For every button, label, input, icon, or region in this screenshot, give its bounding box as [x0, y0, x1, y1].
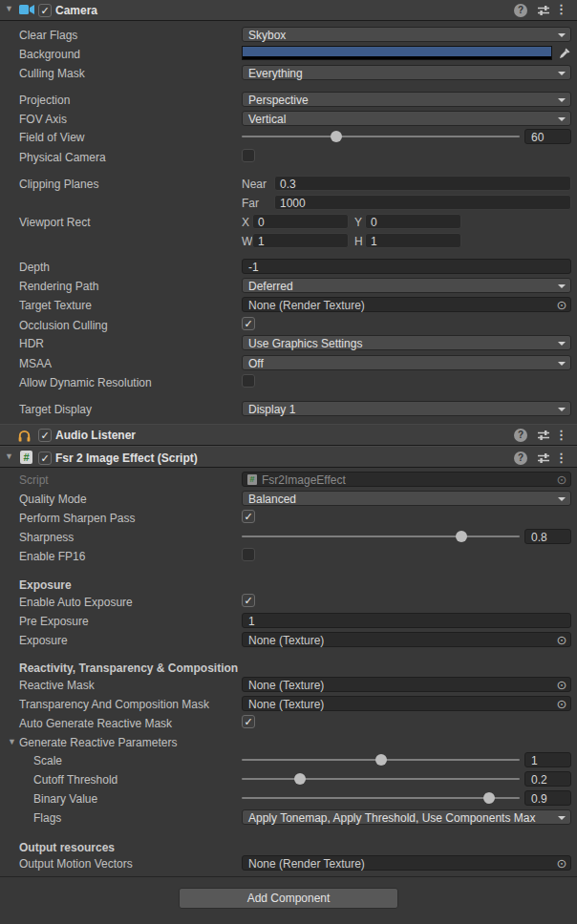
culling-mask-dropdown[interactable]: Everything — [242, 65, 571, 80]
object-picker-icon[interactable]: ⊙ — [554, 678, 569, 692]
cutoff-threshold-input[interactable]: 0.2 — [524, 771, 571, 787]
projection-dropdown[interactable]: Perspective — [242, 92, 571, 107]
flags-dropdown[interactable]: Apply Tonemap, Apply Threshold, Use Comp… — [242, 809, 571, 825]
field-of-view-slider[interactable] — [242, 129, 520, 144]
foldout-icon[interactable]: ▼ — [5, 5, 13, 13]
physical-camera-label: Physical Camera — [19, 151, 106, 164]
object-picker-icon[interactable]: ⊙ — [554, 298, 569, 312]
transparency-mask-value: None (Texture) — [248, 698, 324, 711]
script-object-field[interactable]: # Fsr2ImageEffect ⊙ — [242, 472, 571, 487]
sharpness-input[interactable]: 0.8 — [524, 529, 571, 544]
dropdown-arrow-icon — [558, 117, 566, 121]
fsr2-enabled-checkbox[interactable]: ✓ — [38, 452, 52, 465]
menu-icon[interactable]: ⋮ — [555, 429, 567, 442]
scale-input[interactable]: 1 — [524, 752, 571, 767]
transparency-mask-object-field[interactable]: None (Texture) ⊙ — [242, 696, 571, 711]
background-row: Background — [0, 45, 577, 64]
reactive-mask-label: Reactive Mask — [19, 679, 95, 692]
object-picker-icon[interactable]: ⊙ — [554, 633, 569, 647]
cutoff-threshold-slider[interactable] — [242, 771, 520, 787]
slider-handle[interactable] — [294, 773, 306, 785]
help-icon[interactable]: ? — [514, 4, 527, 17]
quality-mode-dropdown[interactable]: Balanced — [242, 491, 571, 506]
far-input[interactable]: 1000 — [274, 195, 571, 210]
exposure-object-field[interactable]: None (Texture) ⊙ — [242, 632, 571, 647]
depth-input[interactable]: -1 — [242, 259, 571, 274]
presets-icon[interactable] — [537, 4, 550, 20]
enable-auto-exposure-checkbox[interactable]: ✓ — [242, 594, 255, 607]
presets-icon[interactable] — [537, 452, 550, 468]
object-picker-icon[interactable]: ⊙ — [554, 697, 569, 711]
output-motion-vectors-object-field[interactable]: None (Render Texture) ⊙ — [242, 855, 571, 871]
allow-dynamic-resolution-checkbox[interactable] — [242, 374, 255, 388]
add-component-button[interactable]: Add Component — [179, 888, 398, 909]
near-input[interactable]: 0.3 — [274, 176, 571, 191]
fsr2-component-header[interactable]: ▼ # ✓ Fsr 2 Image Effect (Script) ? ⋮ — [0, 446, 577, 468]
fov-axis-value: Vertical — [248, 113, 286, 126]
slider-handle[interactable] — [456, 531, 467, 542]
foldout-icon[interactable]: ▼ — [8, 738, 16, 746]
binary-value-input[interactable]: 0.9 — [524, 790, 571, 806]
sharpness-row: Sharpness 0.8 — [0, 528, 577, 547]
binary-value-row: Binary Value 0.9 — [0, 789, 577, 808]
alpha-bar — [243, 56, 551, 59]
slider-track[interactable] — [242, 536, 520, 537]
x-input[interactable]: 0 — [252, 214, 349, 229]
rendering-path-dropdown[interactable]: Deferred — [242, 278, 571, 293]
dropdown-arrow-icon — [558, 408, 566, 411]
w-input[interactable]: 1 — [252, 233, 349, 248]
auto-generate-reactive-mask-checkbox[interactable]: ✓ — [242, 715, 255, 728]
camera-component-header[interactable]: ▼ ✓ Camera ? ⋮ — [0, 0, 577, 21]
menu-icon[interactable]: ⋮ — [555, 452, 567, 465]
object-picker-icon[interactable]: ⊙ — [554, 472, 569, 487]
scale-slider[interactable] — [242, 752, 520, 767]
help-icon[interactable]: ? — [514, 429, 527, 442]
projection-row: Projection Perspective — [0, 91, 577, 110]
pre-exposure-label: Pre Exposure — [19, 615, 89, 628]
slider-track[interactable] — [242, 778, 520, 780]
background-color-field[interactable] — [242, 46, 571, 60]
help-icon[interactable]: ? — [514, 452, 527, 465]
audio-listener-component-header[interactable]: ✓ Audio Listener ? ⋮ — [0, 424, 577, 446]
pre-exposure-input[interactable]: 1 — [242, 613, 571, 628]
target-display-dropdown[interactable]: Display 1 — [242, 401, 571, 416]
hdr-value: Use Graphics Settings — [248, 337, 362, 350]
quality-mode-value: Balanced — [248, 493, 296, 506]
slider-track[interactable] — [242, 797, 520, 799]
color-swatch[interactable] — [242, 46, 552, 60]
slider-handle[interactable] — [483, 792, 495, 804]
menu-icon[interactable]: ⋮ — [555, 3, 567, 16]
physical-camera-checkbox[interactable] — [242, 149, 255, 162]
clear-flags-value: Skybox — [248, 29, 286, 42]
slider-track[interactable] — [242, 136, 520, 137]
footer-divider — [0, 876, 577, 877]
object-picker-icon[interactable]: ⊙ — [554, 856, 569, 871]
presets-icon[interactable] — [537, 429, 550, 445]
dropdown-arrow-icon — [558, 497, 566, 501]
binary-value-slider[interactable] — [242, 790, 520, 806]
reactive-mask-object-field[interactable]: None (Texture) ⊙ — [242, 677, 571, 692]
fov-axis-dropdown[interactable]: Vertical — [242, 111, 571, 126]
field-of-view-input[interactable]: 60 — [524, 129, 571, 144]
h-input[interactable]: 1 — [365, 233, 461, 248]
foldout-icon[interactable]: ▼ — [5, 452, 13, 461]
generate-reactive-parameters-row[interactable]: ▼ Generate Reactive Parameters — [0, 733, 577, 752]
target-texture-object-field[interactable]: None (Render Texture) ⊙ — [242, 297, 571, 312]
y-input[interactable]: 0 — [365, 214, 461, 229]
hdr-dropdown[interactable]: Use Graphics Settings — [242, 335, 571, 350]
occlusion-culling-label: Occlusion Culling — [19, 319, 108, 332]
sharpness-slider[interactable] — [242, 529, 520, 544]
msaa-dropdown[interactable]: Off — [242, 355, 571, 370]
eyedropper-icon[interactable] — [559, 47, 571, 62]
slider-handle[interactable] — [331, 131, 342, 142]
clear-flags-dropdown[interactable]: Skybox — [242, 27, 571, 42]
camera-enabled-checkbox[interactable]: ✓ — [38, 4, 52, 17]
slider-handle[interactable] — [375, 754, 387, 766]
occlusion-culling-checkbox[interactable]: ✓ — [242, 317, 255, 330]
enable-auto-exposure-label: Enable Auto Exposure — [19, 596, 133, 609]
audio-listener-title: Audio Listener — [55, 429, 136, 442]
audio-listener-enabled-checkbox[interactable]: ✓ — [38, 429, 52, 442]
enable-fp16-checkbox[interactable] — [242, 548, 255, 561]
target-display-row: Target Display Display 1 — [0, 400, 577, 419]
perform-sharpen-pass-checkbox[interactable]: ✓ — [242, 510, 255, 523]
